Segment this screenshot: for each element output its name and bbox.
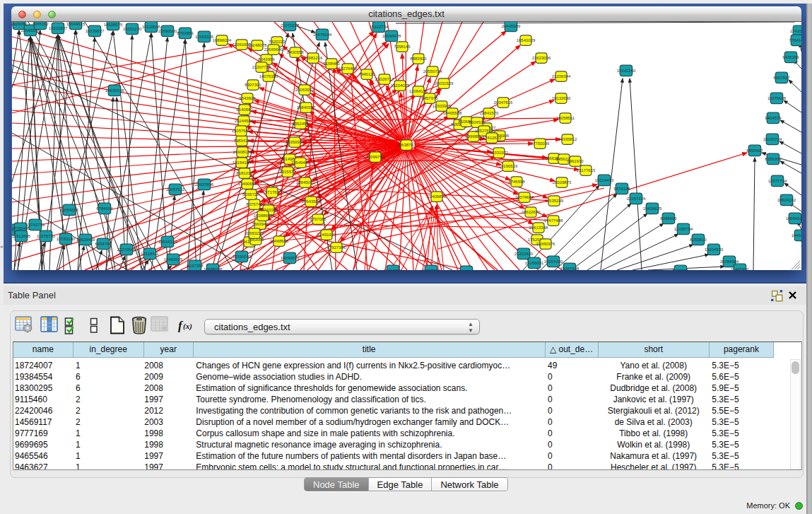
svg-text:9158480: 9158480: [323, 62, 340, 66]
svg-text:8075745: 8075745: [246, 202, 263, 206]
svg-text:12118411: 12118411: [141, 252, 159, 256]
svg-text:19224473: 19224473: [595, 178, 614, 182]
svg-text:16541029: 16541029: [517, 38, 536, 42]
svg-text:8035728: 8035728: [242, 192, 259, 197]
svg-text:21206344: 21206344: [552, 74, 571, 78]
svg-text:16074688: 16074688: [515, 195, 534, 199]
svg-text:20784984: 20784984: [720, 259, 739, 264]
svg-text:21060376: 21060376: [536, 242, 555, 246]
svg-text:9404579: 9404579: [765, 116, 782, 120]
svg-text:15460025: 15460025: [164, 257, 183, 262]
svg-text:20347616: 20347616: [494, 100, 513, 105]
svg-text:9457975: 9457975: [421, 96, 438, 100]
svg-text:10210796: 10210796: [384, 269, 403, 270]
svg-text:22613348: 22613348: [529, 226, 548, 230]
svg-text:15322734: 15322734: [370, 25, 389, 29]
svg-text:11535209: 11535209: [545, 199, 564, 203]
svg-text:11076731: 11076731: [37, 234, 56, 238]
svg-text:17927396: 17927396: [327, 245, 346, 250]
svg-text:11582326: 11582326: [195, 35, 214, 39]
svg-text:17477488: 17477488: [544, 218, 563, 223]
svg-text:11912885: 11912885: [12, 234, 31, 238]
svg-text:10984527: 10984527: [786, 216, 801, 221]
svg-text:8604511: 8604511: [469, 120, 486, 124]
svg-text:16866024: 16866024: [213, 38, 232, 42]
svg-text:7764144: 7764144: [789, 38, 801, 42]
svg-text:(x): (x): [183, 322, 192, 331]
svg-text:7258145: 7258145: [394, 45, 411, 49]
svg-text:8181037: 8181037: [236, 171, 253, 175]
svg-text:7978182: 7978182: [32, 22, 49, 26]
svg-text:6137358: 6137358: [187, 264, 204, 268]
svg-text:18132690: 18132690: [552, 96, 571, 100]
svg-text:11638767: 11638767: [397, 143, 416, 147]
svg-text:14464365: 14464365: [792, 233, 801, 238]
svg-text:11064065: 11064065: [60, 208, 79, 212]
svg-text:23026717: 23026717: [375, 77, 394, 81]
svg-text:22665640: 22665640: [264, 47, 283, 52]
svg-text:18945012: 18945012: [296, 180, 315, 185]
svg-text:19436625: 19436625: [643, 206, 662, 211]
svg-text:10339937: 10339937: [86, 29, 105, 33]
svg-text:16690833: 16690833: [281, 256, 300, 260]
svg-text:21307710: 21307710: [252, 65, 271, 69]
svg-text:16058511: 16058511: [556, 116, 575, 120]
svg-text:9140560: 9140560: [236, 107, 253, 112]
svg-text:17412612: 17412612: [483, 136, 502, 140]
svg-text:11075608: 11075608: [767, 96, 787, 100]
svg-text:10468605: 10468605: [270, 239, 289, 243]
svg-text:9961630: 9961630: [567, 159, 584, 163]
svg-text:15549441: 15549441: [291, 160, 310, 165]
svg-text:17410307: 17410307: [790, 29, 801, 33]
svg-text:10888088: 10888088: [204, 267, 223, 270]
svg-text:6757086: 6757086: [310, 217, 326, 221]
svg-text:14190519: 14190519: [499, 164, 518, 168]
svg-text:12031971: 12031971: [490, 151, 509, 155]
svg-text:22272648: 22272648: [117, 247, 136, 252]
svg-text:23937896: 23937896: [195, 182, 214, 187]
svg-text:9435289: 9435289: [782, 55, 799, 59]
svg-text:7663941: 7663941: [252, 222, 269, 226]
svg-text:15342260: 15342260: [617, 69, 636, 73]
svg-text:19476944: 19476944: [313, 33, 332, 37]
svg-text:13204075: 13204075: [391, 83, 410, 88]
svg-text:14075310: 14075310: [259, 74, 278, 78]
svg-text:23841570: 23841570: [480, 111, 499, 115]
svg-text:12303905: 12303905: [433, 104, 452, 108]
svg-text:15717675: 15717675: [263, 190, 282, 194]
svg-text:20244500: 20244500: [235, 119, 254, 123]
svg-text:10154104: 10154104: [233, 160, 252, 165]
svg-text:13829459: 13829459: [76, 238, 95, 242]
svg-text:10594478: 10594478: [382, 34, 401, 38]
svg-text:17643564: 17643564: [302, 199, 321, 204]
svg-text:18270483: 18270483: [339, 66, 358, 71]
svg-text:20550734: 20550734: [423, 69, 442, 74]
svg-text:23622670: 23622670: [522, 210, 541, 214]
svg-text:17750036: 17750036: [531, 141, 550, 146]
svg-text:23297022: 23297022: [422, 269, 441, 270]
svg-text:18200724: 18200724: [763, 137, 782, 141]
svg-text:14816313: 14816313: [158, 240, 177, 244]
svg-text:20031529: 20031529: [435, 81, 454, 86]
svg-text:8784504: 8784504: [96, 206, 113, 211]
svg-text:19351230: 19351230: [123, 27, 142, 31]
svg-text:7811700: 7811700: [459, 269, 476, 270]
svg-text:22406879: 22406879: [428, 194, 447, 199]
svg-text:20445909: 20445909: [502, 24, 521, 28]
svg-text:9688581: 9688581: [672, 269, 689, 270]
svg-text:15644615: 15644615: [66, 22, 86, 26]
svg-text:8088690: 8088690: [660, 216, 677, 221]
svg-text:12064171: 12064171: [409, 89, 428, 93]
svg-text:8746598: 8746598: [508, 180, 525, 184]
svg-text:19357000: 19357000: [544, 259, 563, 264]
svg-text:15057659: 15057659: [232, 129, 251, 133]
svg-text:21908100: 21908100: [233, 150, 252, 154]
svg-text:22660000: 22660000: [158, 29, 177, 33]
svg-text:11445991: 11445991: [731, 267, 750, 270]
svg-text:21491923: 21491923: [317, 233, 336, 237]
svg-text:9043823: 9043823: [239, 96, 256, 100]
svg-text:14308575: 14308575: [104, 23, 123, 27]
svg-text:23177615: 23177615: [577, 168, 596, 173]
svg-text:8703859: 8703859: [177, 31, 194, 35]
svg-text:18624162: 18624162: [777, 198, 796, 202]
